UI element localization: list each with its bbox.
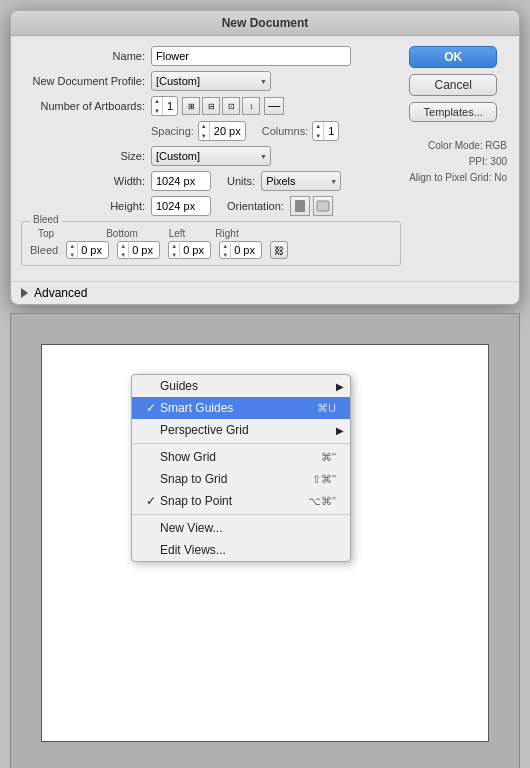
menu-item-shortcut: ⌘U (317, 402, 336, 415)
bleed-top-up[interactable]: ▲ (67, 241, 77, 250)
bleed-bottom-value: 0 px (129, 244, 159, 256)
bleed-bottom-label: Bottom (102, 228, 142, 239)
name-label: Name: (21, 50, 151, 62)
bleed-top-down[interactable]: ▼ (67, 250, 77, 259)
artboards-row: Number of Artboards: ▲ ▼ 1 ⊞ ⊟ ⊡ ↕ — (21, 96, 401, 116)
bleed-right-value: 0 px (231, 244, 261, 256)
name-input[interactable] (151, 46, 351, 66)
spacing-value: 20 px (210, 125, 245, 137)
menu-separator (132, 514, 350, 515)
units-label: Units: (227, 175, 255, 187)
columns-spinner[interactable]: ▲ ▼ 1 (312, 121, 339, 141)
bleed-row-label: Bleed (30, 244, 58, 256)
height-input[interactable] (151, 196, 211, 216)
bleed-bottom-input[interactable]: ▲ ▼ 0 px (117, 241, 160, 259)
menu-item-text: Snap to Point (160, 494, 300, 508)
size-row: Size: [Custom] (21, 146, 401, 166)
units-select[interactable]: Pixels (261, 171, 341, 191)
bleed-left-value: 0 px (180, 244, 210, 256)
menu-item-text: Guides (160, 379, 332, 393)
advanced-toggle[interactable] (21, 288, 28, 298)
bleed-right-label: Right (212, 228, 242, 239)
menu-item-perspective_grid[interactable]: Perspective Grid▶ (132, 419, 350, 441)
menu-item-show_grid[interactable]: Show Grid⌘" (132, 446, 350, 468)
bleed-top-label: Top (30, 228, 62, 239)
menu-item-guides[interactable]: Guides▶ (132, 375, 350, 397)
size-label: Size: (21, 150, 151, 162)
menu-item-snap_to_point[interactable]: ✓Snap to Point⌥⌘" (132, 490, 350, 512)
artboards-decrement[interactable]: ▼ (152, 106, 162, 116)
menu-item-text: Edit Views... (160, 543, 336, 557)
info-ppi: PPI: 300 (409, 154, 507, 170)
spacing-row: Spacing: ▲ ▼ 20 px Columns: ▲ ▼ 1 (21, 121, 401, 141)
menu-item-smart_guides[interactable]: ✓Smart Guides⌘U (132, 397, 350, 419)
width-row: Width: Units: Pixels (21, 171, 401, 191)
orientation-icons (290, 196, 333, 216)
artboards-increment[interactable]: ▲ (152, 96, 162, 106)
spacing-increment[interactable]: ▲ (199, 121, 209, 131)
info-pixel-grid: Align to Pixel Grid: No (409, 170, 507, 186)
artboards-label: Number of Artboards: (21, 100, 151, 112)
portrait-icon[interactable] (290, 196, 310, 216)
artboards-spinner-btns: ▲ ▼ (152, 96, 163, 116)
landscape-icon[interactable] (313, 196, 333, 216)
menu-item-check: ✓ (146, 494, 160, 508)
templates-button[interactable]: Templates... (409, 102, 497, 122)
bleed-bottom-down[interactable]: ▼ (118, 250, 128, 259)
bleed-left-input[interactable]: ▲ ▼ 0 px (168, 241, 211, 259)
artboard-row-icon[interactable]: ⊟ (202, 97, 220, 115)
menu-item-edit_views[interactable]: Edit Views... (132, 539, 350, 561)
dialog-body: Name: New Document Profile: [Custom] Num… (11, 36, 519, 281)
artboard-grid-icon[interactable]: ⊞ (182, 97, 200, 115)
columns-increment[interactable]: ▲ (313, 121, 323, 131)
ok-button[interactable]: OK (409, 46, 497, 68)
size-select[interactable]: [Custom] (151, 146, 271, 166)
columns-spinner-btns: ▲ ▼ (313, 121, 324, 141)
bleed-inputs-row: Bleed ▲ ▼ 0 px ▲ ▼ (30, 241, 392, 259)
artboard-dash-icon[interactable]: — (264, 97, 284, 115)
artboard-col-icon[interactable]: ⊡ (222, 97, 240, 115)
spacing-spinner-btns: ▲ ▼ (199, 121, 210, 141)
context-menu: Guides▶✓Smart Guides⌘UPerspective Grid▶S… (131, 374, 351, 562)
bleed-right-down[interactable]: ▼ (220, 250, 230, 259)
bleed-right-input[interactable]: ▲ ▼ 0 px (219, 241, 262, 259)
menu-item-text: Perspective Grid (160, 423, 332, 437)
menu-item-arrow: ▶ (336, 381, 344, 392)
profile-row: New Document Profile: [Custom] (21, 71, 401, 91)
profile-select-wrapper: [Custom] (151, 71, 271, 91)
cancel-button[interactable]: Cancel (409, 74, 497, 96)
menu-item-shortcut: ⇧⌘" (312, 473, 336, 486)
menu-item-arrow: ▶ (336, 425, 344, 436)
artboard-arrange-icon[interactable]: ↕ (242, 97, 260, 115)
columns-decrement[interactable]: ▼ (313, 131, 323, 141)
menu-item-new_view[interactable]: New View... (132, 517, 350, 539)
dialog-titlebar: New Document (11, 11, 519, 36)
menu-item-check: ✓ (146, 401, 160, 415)
bleed-chain-icon[interactable]: ⛓ (270, 241, 288, 259)
artboards-spinner[interactable]: ▲ ▼ 1 (151, 96, 178, 116)
bleed-right-up[interactable]: ▲ (220, 241, 230, 250)
size-select-wrapper: [Custom] (151, 146, 271, 166)
name-row: Name: (21, 46, 401, 66)
spacing-label: Spacing: (151, 125, 194, 137)
dialog-title: New Document (222, 16, 309, 30)
spacing-spinner[interactable]: ▲ ▼ 20 px (198, 121, 246, 141)
width-input[interactable] (151, 171, 211, 191)
bleed-top-input[interactable]: ▲ ▼ 0 px (66, 241, 109, 259)
bleed-left-label: Left (162, 228, 192, 239)
bleed-left-up[interactable]: ▲ (169, 241, 179, 250)
menu-item-text: Show Grid (160, 450, 313, 464)
profile-select[interactable]: [Custom] (151, 71, 271, 91)
bleed-top-spinners: ▲ ▼ (67, 241, 78, 259)
width-label: Width: (21, 175, 151, 187)
artboards-value: 1 (163, 100, 177, 112)
bleed-left-down[interactable]: ▼ (169, 250, 179, 259)
svg-rect-0 (295, 200, 305, 212)
bleed-bottom-up[interactable]: ▲ (118, 241, 128, 250)
bleed-top-value: 0 px (78, 244, 108, 256)
artboard-layout-icons: ⊞ ⊟ ⊡ ↕ — (182, 97, 284, 115)
menu-item-shortcut: ⌘" (321, 451, 336, 464)
menu-item-snap_to_grid[interactable]: Snap to Grid⇧⌘" (132, 468, 350, 490)
spacing-decrement[interactable]: ▼ (199, 131, 209, 141)
dialog-right-panel: OK Cancel Templates... Color Mode: RGB P… (409, 46, 509, 271)
